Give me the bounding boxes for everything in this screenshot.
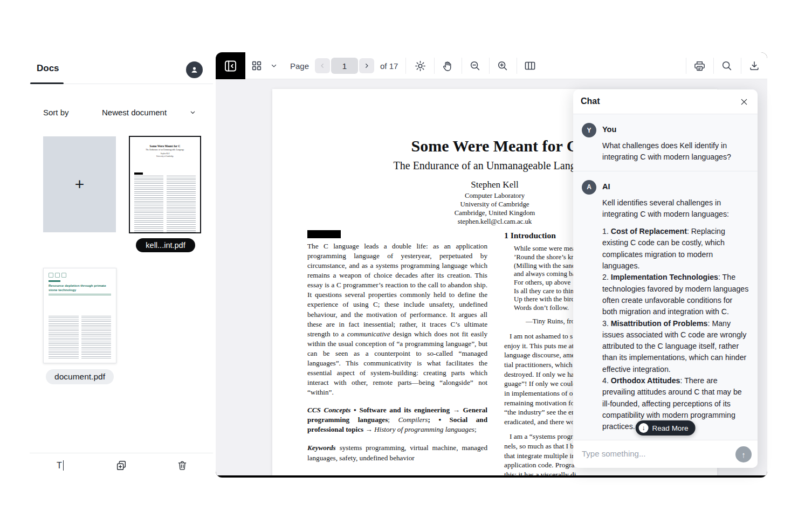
previous-page-button[interactable] [315, 58, 330, 73]
search-icon [721, 60, 733, 72]
arrow-up-icon: ↑ [741, 450, 746, 459]
grid-icon [251, 60, 263, 72]
settings-button[interactable] [410, 52, 430, 79]
close-button[interactable] [737, 95, 751, 109]
redaction-box [307, 230, 341, 238]
sender-name: You [602, 125, 749, 134]
user-message: Y You What challenges does Kell identify… [573, 114, 758, 171]
chat-panel: Chat Y You What challenges does Kell ide… [573, 89, 758, 468]
delete-button[interactable] [170, 457, 194, 475]
toolbar-divider [462, 58, 462, 74]
read-more-button[interactable]: ↓ Read More [636, 420, 696, 436]
zoom-out-icon [469, 60, 481, 72]
next-page-button[interactable] [359, 58, 374, 73]
sender-name: AI [602, 182, 749, 191]
search-button[interactable] [717, 52, 737, 79]
read-more-label: Read More [652, 424, 689, 432]
zoom-in-button[interactable] [493, 52, 512, 79]
plus-icon: + [75, 176, 85, 192]
arrow-down-circle-icon: ↓ [639, 423, 649, 433]
chat-header: Chat [573, 89, 758, 114]
toolbar-divider [434, 58, 435, 74]
toolbar-divider [686, 58, 686, 74]
text-cursor-icon: T [57, 460, 64, 471]
download-button[interactable] [745, 52, 764, 79]
sort-by-label: Sort by [43, 108, 69, 117]
thumb-title: Resource depletion through primate stone… [49, 284, 111, 292]
thumb-subtitle: The Endurance of an Unmanageable Languag… [130, 149, 200, 151]
thumbnail-preview: Some Were Meant for C The Endurance of a… [130, 144, 200, 233]
trash-icon [177, 460, 188, 471]
chat-title: Chat [581, 96, 600, 106]
ai-avatar: A [582, 180, 596, 195]
message-text: What challenges does Kell identify in in… [602, 140, 749, 163]
user-avatar: Y [582, 123, 596, 137]
thumb-title: Some Were Meant for C [130, 144, 200, 148]
chevron-down-icon [271, 63, 277, 69]
app-canvas: Docs Sort by Newest document + Some Were… [0, 0, 798, 532]
zoom-out-button[interactable] [465, 52, 485, 79]
document-name-badge-kell: kell...int.pdf [136, 238, 195, 252]
send-button[interactable]: ↑ [735, 446, 752, 462]
account-avatar[interactable] [186, 61, 203, 78]
page-number-input[interactable] [331, 58, 358, 74]
thumbnails-view-button[interactable] [247, 52, 266, 79]
ai-point: 1. Cost of Replacement: Replacing existi… [602, 226, 749, 272]
thumb-kicker [49, 280, 60, 282]
printer-icon [693, 60, 706, 72]
download-icon [748, 60, 760, 72]
close-icon [740, 98, 748, 106]
pan-tool-button[interactable] [438, 52, 457, 79]
thumb-author-lines: Stephen KellUniversity of Cambridge [130, 153, 200, 158]
document-thumbnail-document[interactable]: Resource depletion through primate stone… [43, 268, 116, 363]
panel-collapse-icon [223, 59, 238, 73]
thumb-badges [49, 273, 116, 278]
toolbar-divider [405, 58, 406, 74]
page-total-label: of 17 [380, 52, 398, 79]
paper-abstract: The C language leads a double life: as a… [307, 241, 487, 397]
viewer-toolbar: Page of 17 [216, 52, 767, 79]
tab-active-indicator [30, 82, 64, 84]
duplicate-button[interactable] [109, 457, 133, 475]
sort-row: Sort by Newest document [30, 106, 213, 119]
thumb-author-lines [49, 294, 111, 296]
paper-acm-reference: ACM Reference Format: Stephen Kell. 2017… [307, 474, 487, 475]
chat-input[interactable]: Type something... [582, 449, 645, 458]
gear-icon [414, 60, 426, 72]
paper-left-column: The C language leads a double life: as a… [307, 230, 487, 475]
chevron-down-icon[interactable] [190, 109, 196, 115]
toolbar-divider [517, 58, 517, 74]
duplicate-icon [115, 460, 127, 472]
thumb-redaction [134, 172, 143, 175]
document-name-badge-document: document.pdf [46, 369, 114, 384]
sort-select[interactable]: Newest document [102, 108, 167, 117]
hand-icon [442, 60, 454, 72]
sidebar-toggle-button[interactable] [216, 52, 245, 79]
document-thumbnail-kell[interactable]: Some Were Meant for C The Endurance of a… [129, 136, 201, 233]
rename-button[interactable]: T [49, 457, 72, 475]
ai-message: A AI Kell identifies several challenges … [573, 171, 758, 440]
columns-icon [524, 59, 536, 72]
page-layout-button[interactable] [520, 52, 540, 79]
thumb-body-lines [49, 316, 111, 358]
thumb-body-lines [134, 176, 196, 233]
paper-keywords: Keywords systems programming, virtual ma… [307, 443, 487, 462]
paper-ccs-concepts: CCS Concepts • Software and its engineer… [307, 405, 487, 434]
docs-sidebar: Docs Sort by Newest document + Some Were… [30, 52, 213, 478]
print-button[interactable] [690, 52, 709, 79]
chat-input-bar: Type something... ↑ [573, 440, 758, 468]
add-document-card[interactable]: + [43, 136, 116, 232]
acm-reference-heading: ACM Reference Format: [307, 474, 487, 475]
ai-point: 3. Misattribution of Problems: Many issu… [602, 318, 749, 375]
ai-intro: Kell identifies several challenges in in… [602, 197, 749, 220]
tab-docs[interactable]: Docs [37, 63, 59, 74]
toolbar-divider [741, 58, 741, 74]
page-label: Page [290, 52, 309, 79]
toolbar-divider [713, 58, 714, 74]
chat-messages[interactable]: Y You What challenges does Kell identify… [573, 114, 758, 440]
toolbar-divider [489, 58, 490, 74]
message-text: Kell identifies several challenges in in… [602, 197, 749, 440]
view-options-dropdown[interactable] [267, 52, 280, 79]
zoom-in-icon [497, 60, 508, 72]
ai-point: 2. Implementation Technologies: The tech… [602, 272, 749, 317]
